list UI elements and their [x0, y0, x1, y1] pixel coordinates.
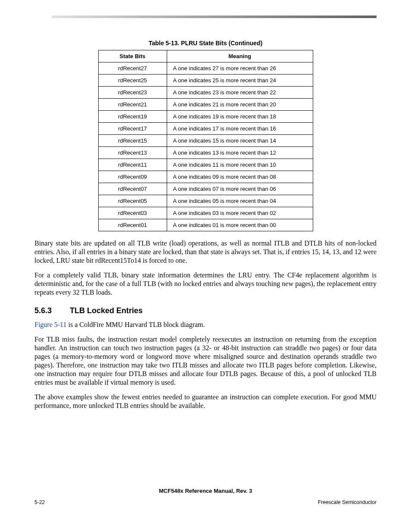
table-header-meaning: Meaning: [167, 50, 313, 62]
meaning-cell: A one indicates 05 is more recent than 0…: [167, 195, 313, 207]
meaning-cell: A one indicates 09 is more recent than 0…: [167, 171, 313, 183]
table-row: rdRecent23A one indicates 23 is more rec…: [98, 87, 313, 99]
table-row: rdRecent15A one indicates 15 is more rec…: [98, 135, 313, 147]
state-bits-cell: rdRecent07: [98, 183, 167, 195]
meaning-cell: A one indicates 13 is more recent than 1…: [167, 147, 313, 159]
meaning-cell: A one indicates 23 is more recent than 2…: [167, 87, 313, 99]
meaning-cell: A one indicates 15 is more recent than 1…: [167, 135, 313, 147]
state-bits-cell: rdRecent25: [98, 75, 167, 87]
paragraph-above-examples: The above examples show the fewest entri…: [34, 393, 377, 410]
state-bits-cell: rdRecent13: [98, 147, 167, 159]
paragraph-figure-ref: Figure 5-11 is a ColdFire MMU Harvard TL…: [34, 320, 377, 329]
table-row: rdRecent17A one indicates 17 is more rec…: [98, 123, 313, 135]
state-bits-cell: rdRecent17: [98, 123, 167, 135]
state-bits-cell: rdRecent23: [98, 87, 167, 99]
table-row: rdRecent25A one indicates 25 is more rec…: [98, 75, 313, 87]
meaning-cell: A one indicates 27 is more recent than 2…: [167, 62, 313, 75]
meaning-cell: A one indicates 01 is more recent than 0…: [167, 219, 313, 231]
state-bits-cell: rdRecent11: [98, 159, 167, 171]
table-row: rdRecent21A one indicates 21 is more rec…: [98, 99, 313, 111]
section-heading: 5.6.3TLB Locked Entries: [34, 306, 377, 315]
table-header-row: State Bits Meaning: [98, 50, 313, 62]
state-bits-cell: rdRecent15: [98, 135, 167, 147]
meaning-cell: A one indicates 25 is more recent than 2…: [167, 75, 313, 87]
table-row: rdRecent19A one indicates 19 is more rec…: [98, 111, 313, 123]
state-bits-cell: rdRecent19: [98, 111, 167, 123]
paragraph-tlb-miss-faults: For TLB miss faults, the instruction res…: [34, 335, 377, 387]
figure-cross-reference[interactable]: Figure 5-11: [34, 321, 67, 328]
meaning-cell: A one indicates 11 is more recent than 1…: [167, 159, 313, 171]
paragraph-valid-tlb: For a completely valid TLB, binary state…: [34, 271, 377, 297]
table-row: rdRecent27A one indicates 27 is more rec…: [98, 62, 313, 75]
meaning-cell: A one indicates 19 is more recent than 1…: [167, 111, 313, 123]
table-row: rdRecent07A one indicates 07 is more rec…: [98, 183, 313, 195]
table-row: rdRecent05A one indicates 05 is more rec…: [98, 195, 313, 207]
table-row: rdRecent03A one indicates 03 is more rec…: [98, 207, 313, 219]
section-number: 5.6.3: [34, 306, 70, 315]
meaning-cell: A one indicates 03 is more recent than 0…: [167, 207, 313, 219]
meaning-cell: A one indicates 17 is more recent than 1…: [167, 123, 313, 135]
table-caption: Table 5-13. PLRU State Bits (Continued): [34, 40, 377, 47]
meaning-cell: A one indicates 07 is more recent than 0…: [167, 183, 313, 195]
state-bits-cell: rdRecent03: [98, 207, 167, 219]
table-row: rdRecent11A one indicates 11 is more rec…: [98, 159, 313, 171]
header-rule: [52, 16, 377, 18]
table-row: rdRecent01A one indicates 01 is more rec…: [98, 219, 313, 231]
section-title: TLB Locked Entries: [70, 306, 143, 315]
table-row: rdRecent09A one indicates 09 is more rec…: [98, 171, 313, 183]
footer-company: Freescale Semiconductor: [318, 499, 377, 505]
state-bits-cell: rdRecent27: [98, 62, 167, 75]
table-row: rdRecent13A one indicates 13 is more rec…: [98, 147, 313, 159]
meaning-cell: A one indicates 21 is more recent than 2…: [167, 99, 313, 111]
paragraph-binary-state-bits: Binary state bits are updated on all TLB…: [34, 239, 377, 265]
table-header-state-bits: State Bits: [98, 50, 167, 62]
plru-state-bits-table: State Bits Meaning rdRecent27A one indic…: [98, 50, 313, 231]
footer-page-number: 5-22: [34, 499, 45, 505]
state-bits-cell: rdRecent09: [98, 171, 167, 183]
state-bits-cell: rdRecent21: [98, 99, 167, 111]
footer-manual-title: MCF548x Reference Manual, Rev. 3: [34, 488, 377, 494]
paragraph-figure-ref-rest: is a ColdFire MMU Harvard TLB block diag…: [67, 321, 205, 328]
state-bits-cell: rdRecent05: [98, 195, 167, 207]
state-bits-cell: rdRecent01: [98, 219, 167, 231]
